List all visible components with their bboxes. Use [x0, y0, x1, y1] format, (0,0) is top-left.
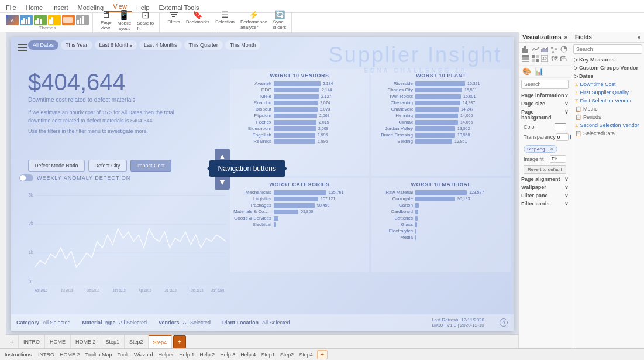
bookmarks-btn[interactable]: 🔖 Bookmarks: [184, 9, 211, 30]
tab-step2[interactable]: Step2: [125, 335, 149, 348]
theme-6[interactable]: [76, 15, 89, 25]
theme-3[interactable]: [34, 15, 47, 25]
theme-4[interactable]: [48, 15, 61, 25]
defect-mode-ratio-btn[interactable]: Defect Mode Ratio: [28, 160, 85, 172]
filter-cards-section[interactable]: Filter cards ∨: [521, 200, 569, 208]
page-background-section[interactable]: Page background ∨: [521, 108, 569, 122]
fields-search-input[interactable]: [573, 44, 642, 54]
nav-arrow-left[interactable]: ◀: [216, 163, 228, 175]
viz-icon-matrix[interactable]: [531, 54, 539, 63]
tab-step1[interactable]: Step1: [101, 335, 125, 348]
fields-panel-header: Fields »: [571, 32, 644, 43]
theme-1[interactable]: A: [6, 15, 19, 25]
toolbar-help3[interactable]: Help 3: [218, 352, 237, 358]
all-dates-btn[interactable]: All Dates: [28, 40, 58, 50]
transparency-input[interactable]: [556, 133, 569, 141]
viz-icon-scatter[interactable]: [550, 45, 559, 53]
tab-intro[interactable]: INTRO: [19, 335, 45, 348]
toolbar-home2[interactable]: HOME 2: [57, 352, 82, 358]
this-quarter-btn[interactable]: This Quarter: [184, 40, 223, 50]
tab-home[interactable]: HOME: [45, 335, 71, 348]
page-info-section[interactable]: Page information ∨: [521, 91, 569, 100]
nav-arrow-down[interactable]: ▼: [216, 176, 228, 188]
nav-arrow-up[interactable]: ▲: [216, 150, 228, 162]
theme-2[interactable]: [20, 15, 33, 25]
performance-btn[interactable]: ⚡ Performanceanalyzer: [239, 9, 269, 30]
toolbar-helper[interactable]: Helper: [156, 352, 177, 358]
viz-icon-bar[interactable]: [521, 45, 529, 53]
field-first-selection-vendor[interactable]: Σ First Selection Vendor: [571, 97, 644, 105]
last-4-months-btn[interactable]: Last 4 Months: [139, 40, 182, 50]
page-view-btn[interactable]: 🖥 Pageview: [99, 9, 113, 32]
svg-rect-23: [536, 55, 539, 58]
field-downtime-cost[interactable]: Σ Downtime Cost: [571, 80, 644, 88]
toolbar-add-page[interactable]: +: [317, 350, 328, 359]
viz-icon-map[interactable]: 🗺: [550, 54, 559, 63]
viz-icon-pie[interactable]: [560, 45, 568, 53]
toolbar-tooltip-wizzard[interactable]: Tooltip Wizzard: [115, 352, 156, 358]
tab-insert[interactable]: Insert: [47, 3, 73, 12]
toolbar-help1[interactable]: Help 1: [177, 352, 197, 358]
toolbar-tooltip-map[interactable]: Tooltip Map: [83, 352, 115, 358]
navigation-arrows[interactable]: ▲ ◀ ▼: [215, 149, 230, 190]
toolbar-step4[interactable]: Step4: [297, 352, 315, 358]
filter-pane-section[interactable]: Filter pane ∨: [521, 191, 569, 200]
image-fit-input[interactable]: [550, 155, 566, 163]
field-custom-groups-vendor[interactable]: ▷ Custom Groups Vendor: [571, 64, 644, 72]
toolbar-help4[interactable]: Help 4: [238, 352, 258, 358]
filters-btn[interactable]: Filters: [166, 9, 182, 30]
plant-bar-jordan-valley: Jordan Valley 13,962: [375, 126, 507, 131]
toolbar-instructions[interactable]: Instructions: [2, 352, 34, 358]
viz-expand-btn[interactable]: »: [564, 34, 567, 40]
defect-city-btn[interactable]: Defect City: [88, 160, 127, 172]
image-tag-close[interactable]: ✕: [550, 146, 554, 152]
format-analytics-icon[interactable]: 📊: [533, 67, 545, 76]
toolbar-intro[interactable]: INTRO: [36, 352, 57, 358]
tab-home2[interactable]: HOME 2: [71, 335, 101, 348]
field-dates[interactable]: ▷ Dates: [571, 72, 644, 80]
impact-cost-btn[interactable]: Impact Cost: [130, 160, 171, 172]
toolbar-step1[interactable]: Step1: [259, 352, 277, 358]
page-alignment-section[interactable]: Page alignment ∨: [521, 175, 569, 183]
format-paint-icon[interactable]: 🎨: [521, 67, 532, 76]
revert-default-btn[interactable]: Revert to default: [524, 165, 566, 174]
field-key-measures[interactable]: ▷ Key Measures: [571, 56, 644, 64]
selection-btn[interactable]: ☰ Selection: [213, 9, 236, 30]
toolbar-step2[interactable]: Step2: [278, 352, 297, 358]
field-second-selection-vendor[interactable]: Σ Second Selection Vendor: [571, 121, 644, 129]
mobile-layout-btn[interactable]: 📱 Mobilelayout: [116, 9, 133, 32]
last-6-months-btn[interactable]: Last 6 Months: [95, 40, 137, 50]
vendors-label: Vendors: [159, 320, 180, 325]
field-metric[interactable]: 📋 Metric: [571, 105, 644, 113]
field-periods[interactable]: 📋 Periods: [571, 113, 644, 121]
format-search-input[interactable]: [521, 80, 569, 89]
info-icon[interactable]: ℹ: [500, 318, 508, 327]
field-selected-data[interactable]: 📋 SelectedData: [571, 129, 644, 138]
tab-file[interactable]: File: [1, 3, 21, 12]
filters-label: Filters: [167, 19, 180, 25]
viz-icon-area[interactable]: [540, 45, 549, 53]
tab-step4[interactable]: Step4: [149, 335, 173, 348]
viz-icon-gauge[interactable]: [560, 54, 568, 63]
field-first-supplier-quality[interactable]: Σ First Supplier Quality: [571, 88, 644, 97]
viz-icon-line[interactable]: [531, 45, 539, 53]
wallpaper-section[interactable]: Wallpaper ∨: [521, 183, 569, 191]
page-size-section[interactable]: Page size ∨: [521, 100, 569, 108]
hamburger-menu[interactable]: [15, 42, 29, 53]
color-swatch[interactable]: [555, 123, 566, 131]
viz-icon-table[interactable]: [521, 54, 529, 63]
chart-toggle[interactable]: [19, 174, 33, 181]
fields-expand-btn[interactable]: »: [637, 34, 640, 40]
tab-add-active[interactable]: +: [173, 335, 186, 348]
sync-slicers-btn[interactable]: 🔄 Syncslicers: [271, 9, 288, 30]
tab-home[interactable]: Home: [21, 3, 47, 12]
viz-icon-card[interactable]: 42: [540, 54, 549, 63]
theme-5[interactable]: [62, 15, 75, 25]
toolbar-help2[interactable]: Help 2: [197, 352, 217, 358]
svg-text:Oct 2019: Oct 2019: [191, 288, 204, 292]
add-page-btn[interactable]: +: [6, 335, 19, 348]
scale-fit-btn[interactable]: ⊡ Scale tofit: [135, 9, 156, 32]
right-panels: WORST 10 VENDORS Avantek 2,184 DDC 2,144…: [230, 69, 511, 301]
this-year-btn[interactable]: This Year: [61, 40, 92, 50]
this-month-btn[interactable]: This Month: [225, 40, 261, 50]
